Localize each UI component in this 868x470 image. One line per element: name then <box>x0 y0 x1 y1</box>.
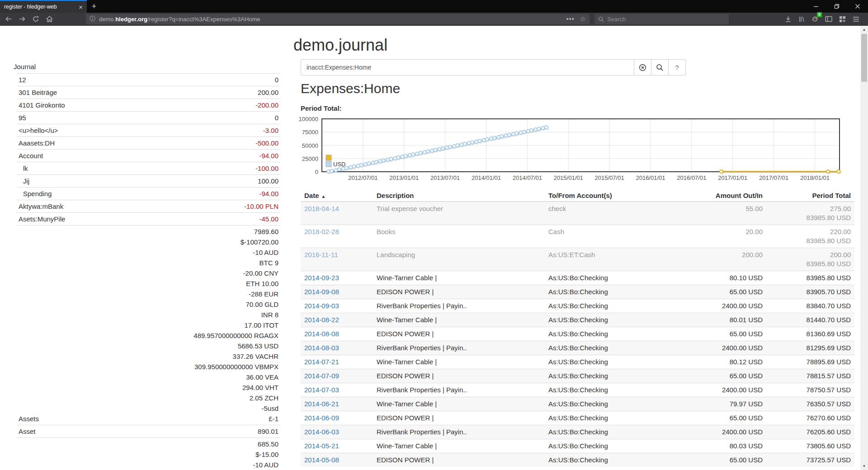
back-icon[interactable] <box>2 13 15 25</box>
date-link[interactable]: 2014-09-23 <box>304 274 339 282</box>
activity-grid-icon[interactable] <box>835 13 849 25</box>
account-link[interactable]: 301 Beiträge <box>17 87 57 98</box>
bookmark-star-icon[interactable]: ☆ <box>580 15 586 23</box>
svg-text:2012/07/01: 2012/07/01 <box>348 174 377 181</box>
account-link[interactable]: 4101 Girokonto <box>17 100 65 110</box>
cell-amount: 2400.00 USD <box>674 383 766 397</box>
scrollbar[interactable]: ▲ ▼ <box>860 26 868 470</box>
account-link[interactable]: 12 <box>17 75 26 85</box>
site-info-icon[interactable]: ⓘ <box>90 15 95 23</box>
toolbar-icons: 0 <box>781 13 866 25</box>
account-link[interactable]: <u>hello</u> <box>17 125 58 136</box>
scroll-up-icon[interactable]: ▲ <box>860 26 868 33</box>
browser-tab[interactable]: register - hledger-web × <box>0 0 87 13</box>
account-link[interactable]: Account <box>17 150 43 161</box>
close-button[interactable] <box>847 0 868 13</box>
account-balance: 890.01 <box>36 426 280 437</box>
cell-period-total: 76205.60 USD <box>766 425 854 439</box>
svg-text:75000: 75000 <box>302 129 318 136</box>
account-balance: 685.50$-15.00-10 AUD-30.00 USD <box>34 439 280 470</box>
column-header-description[interactable]: Description <box>373 190 545 202</box>
date-link[interactable]: 2014-08-22 <box>304 316 339 324</box>
cell-period-total: 81295.69 USD <box>766 341 854 355</box>
clear-search-button[interactable] <box>634 59 651 75</box>
downloads-icon[interactable] <box>781 13 795 25</box>
scroll-down-icon[interactable]: ▼ <box>860 462 868 470</box>
cell-accounts: As:US:Bo:Checking <box>545 313 674 327</box>
cell-period-total: 83985.80 USD <box>766 271 854 285</box>
sidebar-account-row: Cash 685.50$-15.00-10 AUD-30.00 USD <box>17 437 280 470</box>
date-link[interactable]: 2018-02-28 <box>304 228 339 235</box>
account-link[interactable]: Assets <box>17 414 39 424</box>
sidebar-toggle-icon[interactable] <box>822 13 835 25</box>
date-link[interactable]: 2018-04-14 <box>304 205 339 212</box>
scrollbar-thumb[interactable] <box>861 34 867 82</box>
reload-icon[interactable] <box>29 13 42 25</box>
date-link[interactable]: 2014-07-03 <box>304 386 339 394</box>
date-link[interactable]: 2014-06-09 <box>304 414 339 422</box>
date-link[interactable]: 2014-05-21 <box>304 442 339 450</box>
cell-period-total: 81360.69 USD <box>766 327 854 341</box>
date-link[interactable]: 2014-05-08 <box>304 456 339 464</box>
cell-description: RiverBank Properties | Payin.. <box>373 299 545 313</box>
sidebar-journal-link[interactable]: Journal <box>14 61 280 72</box>
sidebar-account-row: Jij 100.00 <box>17 174 280 187</box>
column-header-total[interactable]: Period Total <box>766 190 854 202</box>
account-link[interactable]: 95 <box>17 113 26 123</box>
menu-icon[interactable] <box>849 13 863 25</box>
date-link[interactable]: 2014-09-08 <box>304 288 339 296</box>
cell-accounts: As:US:Bo:Checking <box>545 453 674 467</box>
table-row: 2014-08-03 RiverBank Properties | Payin.… <box>301 341 854 355</box>
balance-amount: 17.00 ITOT <box>39 320 278 330</box>
date-link[interactable]: 2014-07-09 <box>304 372 339 380</box>
column-header-amount[interactable]: Amount Out/In <box>674 190 766 202</box>
account-link[interactable]: Aaasets:DH <box>17 138 55 148</box>
account-link[interactable]: Aktywa:mBank <box>17 201 63 212</box>
svg-text:25000: 25000 <box>302 155 318 162</box>
date-link[interactable]: 2014-09-03 <box>304 302 339 310</box>
cell-accounts: As:US:Bo:Checking <box>545 369 674 383</box>
cell-period-total: 73805.60 USD <box>766 439 854 453</box>
cell-description: Trial expense voucher <box>373 202 545 225</box>
cell-date: 2014-09-23 <box>301 271 373 285</box>
browser-search-field[interactable]: Search <box>594 14 729 24</box>
new-tab-button[interactable]: + <box>87 0 101 13</box>
cell-description: RiverBank Properties | Payin.. <box>373 341 545 355</box>
account-link[interactable]: Asset <box>17 426 36 437</box>
extension-icon[interactable]: 0 <box>808 13 822 25</box>
account-link[interactable]: Spending <box>17 188 52 199</box>
balance-amount: BTC 9 <box>39 258 278 268</box>
date-link[interactable]: 2014-08-08 <box>304 330 339 338</box>
search-input[interactable] <box>301 59 634 75</box>
account-link[interactable]: lk <box>17 163 28 174</box>
minimize-button[interactable] <box>806 0 826 13</box>
account-link[interactable]: Asets:MunyPile <box>17 214 65 224</box>
date-link[interactable]: 2014-06-03 <box>304 428 339 436</box>
page-actions-icon[interactable]: ••• <box>566 15 575 23</box>
balance-amount: 489.957000000000 RGAGX <box>39 330 278 341</box>
table-row: 2014-05-08 EDISON POWER | As:US:Bo:Check… <box>301 453 854 467</box>
cell-accounts: As:US:Bo:Checking <box>545 397 674 411</box>
date-link[interactable]: 2014-06-21 <box>304 400 339 408</box>
table-row: 2014-07-21 Wine-Tarner Cable | As:US:Bo:… <box>301 355 854 369</box>
account-link[interactable]: Jij <box>17 176 29 186</box>
help-button[interactable]: ? <box>669 59 686 75</box>
svg-text:2014/01/01: 2014/01/01 <box>472 174 501 181</box>
date-link[interactable]: 2014-07-21 <box>304 358 339 366</box>
forward-icon[interactable] <box>15 13 29 25</box>
tab-close-icon[interactable]: × <box>79 4 83 10</box>
url-bar[interactable]: ⓘ demo.hledger.org/register?q=inacct%3AE… <box>86 14 590 24</box>
library-icon[interactable] <box>795 13 808 25</box>
cell-date: 2014-06-21 <box>301 397 373 411</box>
balance-amount: -500.00 <box>55 138 278 148</box>
cell-accounts: check <box>545 202 674 225</box>
date-link[interactable]: 2014-08-03 <box>304 344 339 352</box>
cell-period-total: 73725.57 USD <box>766 453 854 467</box>
home-icon[interactable] <box>42 13 56 25</box>
search-submit-button[interactable] <box>651 59 669 75</box>
date-link[interactable]: 2016-11-11 <box>304 251 338 258</box>
column-header-date[interactable]: Date▲ <box>301 190 373 202</box>
account-balance: 7989.60$-100720.00-10 AUDBTC 9-20.00 CNY… <box>39 226 280 424</box>
restore-button[interactable] <box>826 0 847 13</box>
column-header-accounts[interactable]: To/From Account(s) <box>545 190 674 202</box>
